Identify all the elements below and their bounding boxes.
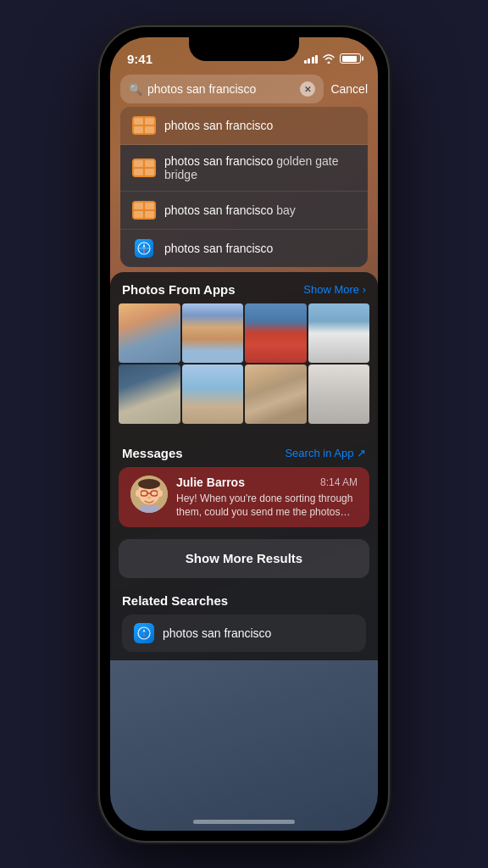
svg-rect-1 bbox=[134, 118, 143, 125]
search-bar-row: 🔍 photos san francisco ✕ Cancel bbox=[120, 75, 368, 103]
svg-rect-12 bbox=[145, 203, 154, 209]
suggestion-item-3[interactable]: photos san francisco bay bbox=[120, 192, 368, 230]
svg-rect-11 bbox=[134, 203, 143, 209]
svg-point-28 bbox=[158, 490, 163, 497]
message-sender-name: Julie Barros bbox=[176, 476, 245, 489]
related-searches-title: Related Searches bbox=[122, 593, 366, 608]
photo-cell-1[interactable] bbox=[119, 303, 180, 363]
signal-bars-icon bbox=[304, 53, 319, 64]
photos-section-header: Photos From Apps Show More › bbox=[110, 272, 378, 303]
message-item-julie[interactable]: Julie Barros 8:14 AM Hey! When you're do… bbox=[119, 467, 369, 527]
suggestion-icon-3 bbox=[132, 201, 156, 220]
svg-rect-14 bbox=[145, 211, 154, 218]
photo-cell-4[interactable] bbox=[308, 303, 370, 363]
battery-icon bbox=[340, 53, 361, 64]
related-compass-icon bbox=[137, 626, 151, 640]
suggestion-text-1: photos san francisco bbox=[164, 119, 356, 132]
photos-app-icon-2 bbox=[132, 159, 156, 177]
signal-bar-3 bbox=[312, 57, 314, 64]
phone-screen: 9:41 bbox=[110, 37, 378, 831]
suggestion-icon-1 bbox=[132, 116, 156, 135]
svg-rect-4 bbox=[145, 126, 154, 133]
svg-rect-8 bbox=[134, 169, 143, 175]
svg-rect-7 bbox=[145, 160, 154, 167]
related-searches-section: Related Searches photos san francisco bbox=[110, 587, 378, 660]
suggestion-item-2[interactable]: photos san francisco golden gate bridge bbox=[120, 145, 368, 192]
svg-point-22 bbox=[138, 479, 160, 489]
svg-rect-9 bbox=[145, 169, 154, 175]
memoji-avatar bbox=[130, 476, 168, 513]
suggestion-item-4[interactable]: photos san francisco bbox=[120, 230, 368, 267]
photo-cell-2[interactable] bbox=[182, 303, 244, 363]
safari-compass-icon bbox=[137, 242, 151, 255]
message-preview-text: Hey! When you're done sorting through th… bbox=[176, 492, 358, 519]
photo-cell-5[interactable] bbox=[119, 364, 180, 424]
svg-marker-31 bbox=[143, 629, 146, 632]
message-content-julie: Julie Barros 8:14 AM Hey! When you're do… bbox=[176, 476, 358, 519]
clear-icon: ✕ bbox=[304, 85, 311, 94]
photos-app-icon bbox=[132, 116, 156, 135]
suggestion-icon-4 bbox=[132, 239, 156, 258]
phone-frame: 9:41 bbox=[100, 27, 388, 841]
search-query-text: photos san francisco bbox=[147, 82, 295, 96]
safari-icon bbox=[135, 239, 153, 258]
suggestion-text-4: photos san francisco bbox=[164, 242, 356, 255]
results-container: Photos From Apps Show More › Messages Se… bbox=[110, 272, 378, 660]
message-timestamp: 8:14 AM bbox=[320, 476, 358, 488]
photo-grid bbox=[110, 303, 378, 432]
photo-cell-3[interactable] bbox=[245, 303, 307, 363]
svg-rect-2 bbox=[145, 118, 154, 125]
photos-app-icon-3 bbox=[132, 201, 156, 220]
signal-bar-2 bbox=[308, 58, 310, 64]
svg-rect-3 bbox=[134, 126, 143, 133]
home-indicator bbox=[193, 820, 295, 824]
related-item-1-text: photos san francisco bbox=[163, 626, 271, 640]
status-time: 9:41 bbox=[127, 52, 152, 66]
wifi-icon bbox=[322, 53, 336, 64]
suggestion-bold-1: photos san francisco bbox=[164, 119, 273, 132]
svg-point-27 bbox=[136, 490, 141, 497]
photo-cell-8[interactable] bbox=[308, 364, 370, 424]
signal-bar-4 bbox=[315, 55, 318, 64]
cancel-button[interactable]: Cancel bbox=[330, 82, 368, 96]
photo-cell-6[interactable] bbox=[182, 364, 244, 424]
battery-fill bbox=[342, 56, 357, 62]
photos-section-title: Photos From Apps bbox=[122, 282, 236, 297]
status-icons bbox=[304, 53, 362, 64]
search-icon: 🔍 bbox=[129, 83, 142, 96]
suggestion-text-3: photos san francisco bay bbox=[164, 203, 356, 217]
photos-show-more-link[interactable]: Show More › bbox=[303, 283, 366, 296]
suggestions-list: photos san francisco bbox=[120, 107, 368, 267]
svg-rect-13 bbox=[134, 211, 143, 218]
suggestion-item-1[interactable]: photos san francisco bbox=[120, 107, 368, 145]
avatar-julie bbox=[130, 476, 168, 513]
svg-rect-29 bbox=[139, 506, 159, 513]
show-more-results-label: Show More Results bbox=[186, 551, 302, 565]
signal-bar-1 bbox=[304, 60, 307, 64]
messages-section-header: Messages Search in App ↗ bbox=[110, 436, 378, 467]
photo-cell-7[interactable] bbox=[245, 364, 307, 424]
messages-section: Messages Search in App ↗ bbox=[110, 432, 378, 536]
messages-section-title: Messages bbox=[122, 446, 183, 460]
messages-search-in-app-link[interactable]: Search in App ↗ bbox=[285, 447, 366, 459]
svg-rect-6 bbox=[134, 160, 143, 167]
related-safari-icon bbox=[134, 623, 154, 643]
clear-search-button[interactable]: ✕ bbox=[300, 81, 315, 97]
svg-point-26 bbox=[147, 497, 151, 499]
search-overlay: 🔍 photos san francisco ✕ Cancel bbox=[110, 75, 378, 267]
related-item-1[interactable]: photos san francisco bbox=[122, 615, 366, 652]
suggestion-text-2: photos san francisco golden gate bridge bbox=[164, 154, 356, 181]
suggestion-icon-2 bbox=[132, 159, 156, 177]
notch bbox=[189, 37, 299, 61]
message-top-row: Julie Barros 8:14 AM bbox=[176, 476, 358, 489]
search-input-wrapper[interactable]: 🔍 photos san francisco ✕ bbox=[120, 75, 324, 103]
show-more-results-button[interactable]: Show More Results bbox=[119, 539, 369, 578]
svg-marker-32 bbox=[143, 634, 146, 637]
